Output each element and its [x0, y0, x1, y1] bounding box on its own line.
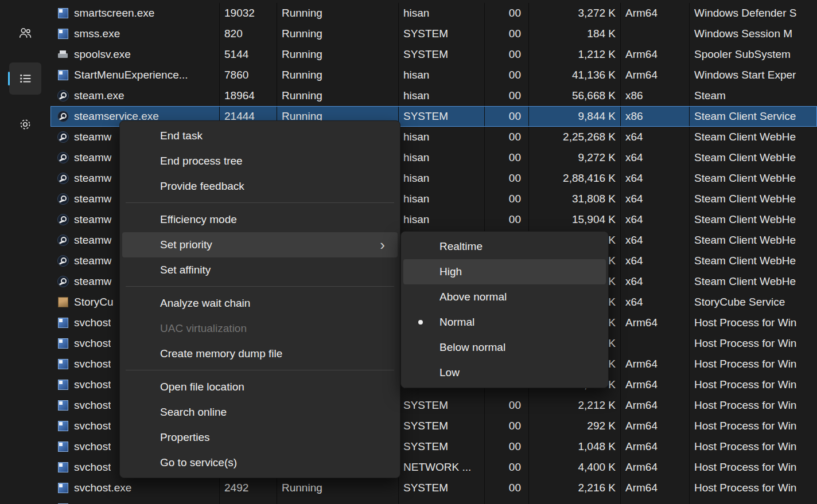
process-name: steamw — [74, 230, 111, 251]
submenu-item-low[interactable]: Low — [403, 360, 606, 385]
steam-file-icon — [57, 131, 69, 143]
process-architecture: x64 — [621, 271, 690, 292]
process-name: steam.exe — [74, 85, 125, 106]
menu-item-efficiency-mode[interactable]: Efficiency mode — [122, 207, 398, 232]
process-memory: 2,25,268 K — [529, 127, 621, 147]
process-row-svchost-exe[interactable]: svchost.exe2492RunningSYSTEM002,216 KArm… — [50, 478, 817, 498]
gear-icon — [18, 117, 33, 132]
process-user: SYSTEM — [399, 436, 485, 457]
menu-item-go-to-service-s[interactable]: Go to service(s) — [122, 450, 398, 475]
process-architecture: Arm64 — [621, 44, 690, 65]
exe-file-icon — [58, 421, 68, 431]
submenu-item-above-normal[interactable]: Above normal — [403, 284, 606, 310]
process-row-steam-exe[interactable]: steam.exe18964Runninghisan0056,668 Kx86S… — [50, 85, 817, 106]
exe-file-icon — [58, 380, 68, 390]
exe-file-icon — [58, 338, 68, 349]
priority-submenu: RealtimeHighAbove normalNormalBelow norm… — [400, 231, 609, 388]
process-name: steamw — [74, 127, 111, 147]
steam-file-icon — [57, 152, 69, 163]
submenu-item-label: High — [439, 265, 597, 278]
process-cpu: 00 — [485, 209, 529, 230]
menu-item-set-priority[interactable]: Set priority› — [122, 232, 398, 257]
submenu-item-below-normal[interactable]: Below normal — [403, 335, 606, 360]
process-description: Steam Client WebHe — [690, 189, 817, 209]
menu-item-properties[interactable]: Properties — [122, 425, 398, 450]
process-status: Running — [277, 3, 399, 24]
process-status — [277, 498, 399, 504]
process-memory: 2,216 K — [529, 478, 621, 498]
menu-item-label: Go to service(s) — [160, 456, 388, 469]
process-name: svchost — [74, 416, 111, 436]
process-description: Host Process for Win — [690, 354, 817, 374]
submenu-item-normal[interactable]: Normal — [403, 310, 606, 335]
process-cpu: 00 — [485, 478, 529, 498]
process-description: Host Process for Win — [690, 312, 817, 333]
sidebar-item-settings[interactable] — [9, 108, 41, 140]
process-row-smartscreen-exe[interactable]: smartscreen.exe19032Runninghisan003,272 … — [50, 3, 817, 24]
process-cpu: 00 — [485, 189, 529, 209]
process-cpu: 00 — [485, 416, 529, 436]
process-name-cell: StartMenuExperience... — [50, 65, 220, 85]
process-user: hisan — [399, 85, 485, 106]
process-name: svchost — [74, 333, 111, 354]
submenu-item-high[interactable]: High — [403, 259, 606, 284]
process-row-smss-exe[interactable]: smss.exe820RunningSYSTEM00184 KWindows S… — [50, 24, 817, 44]
process-name-cell: smartscreen.exe — [50, 3, 220, 24]
menu-item-end-process-tree[interactable]: End process tree — [122, 149, 398, 174]
process-row-startmenuexperience[interactable]: StartMenuExperience...7860Runninghisan00… — [50, 65, 817, 85]
menu-item-set-affinity[interactable]: Set affinity — [122, 257, 398, 283]
process-description — [690, 498, 817, 504]
menu-item-open-file-location[interactable]: Open file location — [122, 374, 398, 400]
menu-separator — [126, 286, 394, 287]
submenu-item-label: Below normal — [439, 341, 597, 354]
process-cpu: 00 — [485, 85, 529, 106]
submenu-item-realtime[interactable]: Realtime — [403, 234, 606, 259]
menu-item-search-online[interactable]: Search online — [122, 400, 398, 425]
process-architecture: x64 — [621, 251, 690, 271]
process-user: SYSTEM — [399, 416, 485, 436]
menu-item-end-task[interactable]: End task — [122, 123, 398, 149]
process-pid: 2492 — [220, 478, 277, 498]
process-description: Steam Client WebHe — [690, 147, 817, 168]
process-memory: 15,904 K — [529, 209, 621, 230]
process-description: Host Process for Win — [690, 457, 817, 478]
process-name: steamw — [74, 209, 111, 230]
menu-item-uac-virtualization[interactable]: UAC virtualization — [122, 316, 398, 341]
process-description: Steam Client WebHe — [690, 271, 817, 292]
process-architecture: Arm64 — [621, 3, 690, 24]
menu-item-create-memory-dump-file[interactable]: Create memory dump file — [122, 341, 398, 366]
process-status: Running — [277, 85, 399, 106]
menu-item-analyze-wait-chain[interactable]: Analyze wait chain — [122, 291, 398, 316]
process-cpu: 00 — [485, 436, 529, 457]
process-name: svchost — [74, 436, 111, 457]
process-cpu: 00 — [485, 147, 529, 168]
exe-file-icon — [58, 29, 68, 39]
process-row[interactable] — [50, 498, 817, 504]
process-cpu: 00 — [485, 106, 529, 127]
steam-file-icon — [57, 90, 69, 101]
process-memory: 1,048 K — [529, 436, 621, 457]
process-description: StoryCube Service — [690, 292, 817, 312]
sidebar-item-users[interactable] — [9, 17, 41, 49]
menu-item-provide-feedback[interactable]: Provide feedback — [122, 174, 398, 199]
process-name: svchost — [74, 457, 111, 478]
process-user: SYSTEM — [399, 24, 485, 44]
sidebar-item-details[interactable] — [9, 62, 41, 95]
steam-file-icon — [57, 255, 69, 267]
exe-file-icon — [58, 442, 68, 452]
process-memory: 3,272 K — [529, 3, 621, 24]
process-pid: 5144 — [220, 44, 277, 65]
process-memory: 9,272 K — [529, 147, 621, 168]
steam-file-icon — [57, 193, 69, 205]
process-row-spoolsv-exe[interactable]: spoolsv.exe5144RunningSYSTEM001,212 KArm… — [50, 44, 817, 65]
process-architecture: x86 — [621, 85, 690, 106]
process-pid: 7860 — [220, 65, 277, 85]
steam-file-icon — [57, 214, 69, 225]
process-pid — [220, 498, 277, 504]
process-architecture: Arm64 — [621, 457, 690, 478]
process-user: hisan — [399, 168, 485, 189]
process-architecture: Arm64 — [621, 395, 690, 416]
process-description: Host Process for Win — [690, 416, 817, 436]
process-description: Host Process for Win — [690, 436, 817, 457]
menu-item-label: End process tree — [160, 155, 388, 167]
